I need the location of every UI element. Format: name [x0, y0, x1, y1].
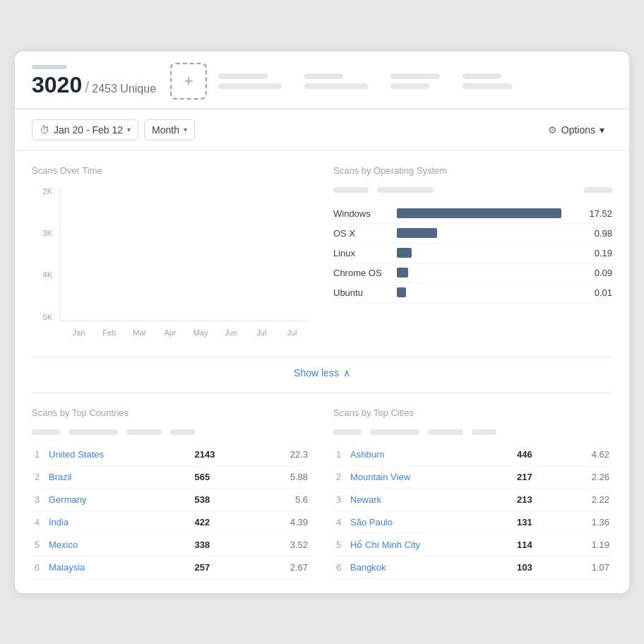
- plus-icon: +: [184, 72, 193, 90]
- rank-cell: 3: [32, 488, 46, 511]
- countries-title: Scans by Top Countries: [32, 407, 311, 418]
- os-ph: [584, 187, 612, 193]
- rank-cell: 1: [333, 443, 347, 466]
- os-bar-container: [397, 248, 580, 258]
- pct-cell: 1.36: [561, 511, 612, 533]
- count-cell: 538: [191, 488, 254, 511]
- main-card: 3020 / 2453 Unique +: [15, 52, 629, 593]
- count-cell: 217: [514, 465, 561, 488]
- ph-bar: [463, 73, 501, 79]
- os-value: 0.98: [587, 228, 612, 239]
- table-row: 1 United States 2143 22.3: [32, 443, 311, 466]
- rank-cell: 2: [333, 465, 347, 488]
- pct-cell: 5.88: [254, 465, 311, 488]
- ph-group-3: [390, 73, 440, 89]
- table-ph-row: [333, 429, 612, 435]
- country-name-cell: Mexico: [46, 533, 191, 556]
- count-cell: 114: [514, 533, 561, 556]
- table-ph: [333, 429, 362, 435]
- count-cell: 338: [191, 533, 254, 556]
- table-ph: [68, 429, 118, 435]
- x-label-jul2: Jul: [279, 326, 305, 342]
- pct-cell: 22.3: [254, 443, 311, 466]
- main-content: Scans Over Time 5K 4K 3K 2K: [15, 151, 629, 593]
- count-cell: 103: [514, 556, 561, 578]
- city-name-cell: Newark: [347, 488, 514, 511]
- header: 3020 / 2453 Unique +: [15, 52, 629, 109]
- country-name-cell: Germany: [46, 488, 191, 511]
- bar-chart: 5K 4K 3K 2K: [32, 187, 311, 342]
- os-value: 0.19: [587, 248, 612, 258]
- chevron-up-icon: ∧: [343, 367, 350, 378]
- ph-group-1: [218, 73, 282, 89]
- show-less-label: Show less: [294, 367, 339, 378]
- stat-placeholder-top: [32, 65, 67, 69]
- bars-area: [60, 187, 311, 321]
- os-ph: [333, 187, 369, 193]
- os-value: 17.52: [587, 208, 612, 219]
- os-placeholder-row: [333, 187, 612, 193]
- show-less-row: Show less ∧: [32, 357, 612, 393]
- country-name-cell: Brazil: [46, 465, 191, 488]
- show-less-button[interactable]: Show less ∧: [294, 367, 350, 378]
- x-label-may: May: [188, 326, 214, 342]
- os-name: Linux: [333, 248, 390, 258]
- pct-cell: 2.67: [254, 556, 311, 578]
- count-cell: 422: [191, 511, 254, 533]
- city-name-cell: Mountain View: [347, 465, 514, 488]
- chevron-down-icon: ▾: [184, 126, 187, 133]
- clock-icon: ⏱: [40, 124, 49, 136]
- os-bar: [397, 287, 406, 297]
- ph-group-4: [463, 73, 512, 89]
- period-label: Month: [152, 124, 179, 136]
- count-cell: 257: [191, 556, 254, 578]
- ph-bar: [390, 83, 429, 89]
- rank-cell: 5: [333, 533, 347, 556]
- y-label-3k: 3K: [32, 229, 56, 237]
- os-bar: [397, 248, 412, 258]
- tables-row: Scans by Top Countries 1 United States 2…: [32, 407, 612, 579]
- os-bar: [397, 228, 437, 238]
- count-cell: 131: [514, 511, 561, 533]
- table-ph: [428, 429, 463, 435]
- os-bar: [397, 208, 561, 218]
- pct-cell: 1.19: [561, 533, 612, 556]
- country-name-cell: United States: [46, 443, 191, 466]
- country-name-cell: India: [46, 511, 191, 533]
- cities-section: Scans by Top Cities 1 Ashburn 446 4.62 2…: [333, 407, 612, 579]
- pct-cell: 4.62: [561, 443, 612, 466]
- pct-cell: 5.6: [254, 488, 311, 511]
- x-labels: Jan Feb Mar Apr May Jun Jul Jul: [60, 326, 311, 342]
- period-dropdown[interactable]: Month ▾: [144, 119, 195, 141]
- table-row: 5 Mexico 338 3.52: [32, 533, 311, 556]
- os-name: Windows: [333, 208, 390, 219]
- ph-bar: [218, 83, 282, 89]
- options-button[interactable]: ⚙ Options ▾: [540, 119, 612, 141]
- rank-cell: 1: [32, 443, 46, 466]
- pct-cell: 2.26: [561, 465, 612, 488]
- os-row-osx: OS X 0.98: [333, 224, 612, 244]
- x-label-jul1: Jul: [249, 326, 275, 342]
- pct-cell: 4.39: [254, 511, 311, 533]
- table-row: 6 Bangkok 103 1.07: [333, 556, 612, 578]
- chevron-down-icon: ▾: [600, 124, 604, 136]
- countries-section: Scans by Top Countries 1 United States 2…: [32, 407, 311, 579]
- toolbar: ⏱ Jan 20 - Feb 12 ▾ Month ▾ ⚙ Options ▾: [15, 109, 629, 151]
- os-bar-container: [397, 268, 580, 278]
- add-button[interactable]: +: [170, 63, 207, 100]
- rank-cell: 6: [333, 556, 347, 578]
- os-name: OS X: [333, 228, 390, 239]
- os-bar-container: [397, 228, 580, 238]
- x-label-feb: Feb: [96, 326, 122, 342]
- table-ph-row: [32, 429, 311, 435]
- total-scans: 3020: [32, 73, 82, 96]
- os-table: Windows 17.52 OS X 0.98: [333, 204, 612, 303]
- os-row-windows: Windows 17.52: [333, 204, 612, 224]
- os-bar-container: [397, 287, 580, 297]
- os-bar-container: [397, 208, 580, 218]
- stat-block: 3020 / 2453 Unique: [32, 65, 156, 97]
- date-range-dropdown[interactable]: ⏱ Jan 20 - Feb 12 ▾: [32, 119, 138, 141]
- y-label-5k: 5K: [32, 313, 56, 321]
- ph-bar: [390, 73, 440, 79]
- scans-over-time-title: Scans Over Time: [32, 165, 311, 176]
